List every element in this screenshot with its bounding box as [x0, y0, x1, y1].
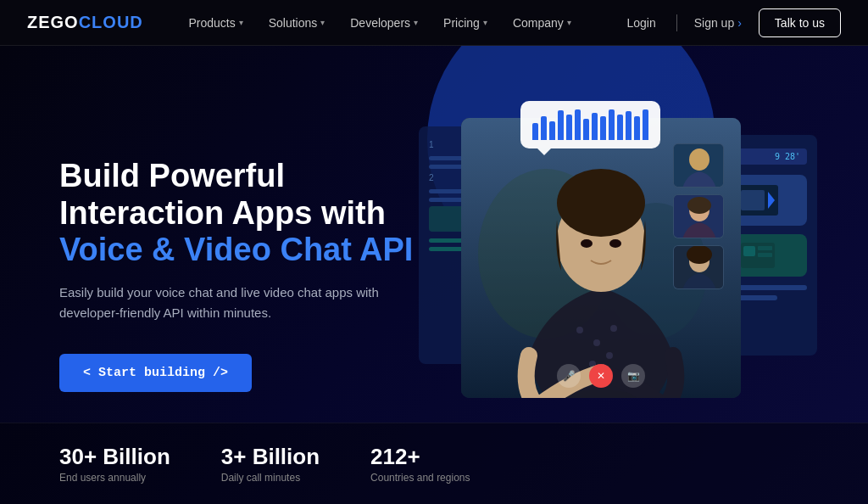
chart-bars [532, 109, 648, 140]
hero-content: Build Powerful Interaction Apps with Voi… [59, 158, 413, 392]
svg-point-22 [689, 148, 709, 171]
chart-bar [634, 116, 640, 140]
logo-prefix: ZEGO [27, 13, 79, 31]
chart-bar [575, 109, 581, 140]
nav-links: Products ▾ Solutions ▾ Developers ▾ Pric… [178, 11, 581, 35]
thumbnail-3 [673, 245, 724, 289]
chart-bar [541, 116, 547, 140]
chart-bar [532, 123, 538, 140]
stat-users-number: 30+ Billion [59, 444, 170, 470]
nav-divider [676, 14, 677, 31]
svg-rect-1 [741, 190, 765, 210]
stat-countries-label: Countries and regions [370, 472, 470, 484]
chart-bar [617, 115, 623, 140]
stat-calls: 3+ Billion Daily call minutes [221, 444, 320, 484]
logo-text: ZEGOCLOUD [27, 13, 143, 32]
stat-countries-number: 212+ [370, 444, 470, 470]
svg-point-20 [606, 352, 613, 359]
hero-title: Build Powerful Interaction Apps with Voi… [59, 158, 413, 269]
nav-label-developers: Developers [350, 16, 410, 30]
chart-bar [600, 116, 606, 140]
svg-rect-5 [758, 246, 772, 250]
signup-label: Sign up [694, 16, 734, 30]
nav-right: Login Sign up › Talk to us [616, 8, 841, 37]
hero-title-line1: Build Powerful [59, 158, 285, 193]
svg-point-14 [581, 239, 593, 248]
main-video-window: 🎤 ✕ 📷 [461, 118, 741, 398]
thumb-person-2 [674, 195, 724, 238]
stat-calls-number: 3+ Billion [221, 444, 320, 470]
hero-description: Easily build your voice chat and live vi… [59, 283, 398, 323]
chevron-down-icon: ▾ [239, 18, 243, 27]
hero-title-line2: Interaction Apps with [59, 195, 386, 231]
app-window: 1 2 9 28' [453, 109, 809, 440]
thumb-person-1 [674, 144, 724, 188]
stat-users-label: End users annually [59, 472, 170, 484]
chart-bar [626, 111, 632, 140]
stat-calls-label: Daily call minutes [221, 472, 320, 484]
nav-label-company: Company [513, 16, 564, 30]
svg-point-13 [557, 169, 645, 237]
nav-item-solutions[interactable]: Solutions ▾ [259, 11, 336, 35]
video-controls: 🎤 ✕ 📷 [557, 364, 645, 388]
end-call-button[interactable]: ✕ [589, 364, 613, 388]
svg-point-17 [593, 339, 600, 346]
chart-bar [592, 113, 598, 140]
thumbnail-2 [673, 194, 724, 238]
chart-bar [583, 119, 589, 140]
thumb-person-3 [674, 246, 724, 289]
chart-bar [609, 109, 615, 140]
chevron-down-icon: ▾ [414, 18, 418, 27]
chevron-down-icon: ▾ [320, 18, 325, 27]
svg-point-15 [609, 239, 621, 248]
signup-button[interactable]: Sign up › [687, 11, 748, 35]
chevron-down-icon: ▾ [483, 18, 487, 27]
nav-label-products: Products [188, 16, 235, 30]
chart-bar [549, 121, 555, 140]
stat-countries: 212+ Countries and regions [370, 444, 470, 484]
svg-point-28 [687, 246, 712, 264]
video-thumbnail-icon [737, 185, 778, 216]
hero-title-blue: Voice & Video Chat API [59, 232, 413, 267]
svg-point-18 [610, 325, 617, 332]
side-thumbnails [673, 143, 724, 289]
mute-button[interactable]: 🎤 [557, 364, 581, 388]
hero-section: Build Powerful Interaction Apps with Voi… [0, 46, 868, 504]
logo-suffix: CLOUD [79, 13, 143, 31]
talk-to-us-button[interactable]: Talk to us [759, 8, 841, 37]
chart-bar [643, 109, 648, 140]
svg-rect-6 [758, 253, 772, 257]
navbar: ZEGOCLOUD Products ▾ Solutions ▾ Develop… [0, 0, 868, 46]
svg-point-16 [576, 327, 583, 333]
login-button[interactable]: Login [616, 11, 665, 35]
chart-bar [566, 115, 572, 140]
svg-point-25 [687, 197, 711, 214]
chevron-down-icon: ▾ [567, 18, 571, 27]
start-building-button[interactable]: < Start building /> [59, 354, 252, 392]
nav-label-solutions: Solutions [269, 16, 318, 30]
logo[interactable]: ZEGOCLOUD [27, 13, 143, 32]
image-thumbnail-icon [741, 243, 775, 268]
arrow-icon: › [737, 16, 742, 30]
nav-item-developers[interactable]: Developers ▾ [340, 11, 428, 35]
thumbnail-1 [673, 143, 724, 188]
svg-rect-4 [743, 246, 755, 256]
camera-button[interactable]: 📷 [621, 364, 645, 388]
chart-bar [558, 110, 564, 140]
nav-label-pricing: Pricing [443, 16, 480, 30]
stat-users: 30+ Billion End users annually [59, 444, 170, 484]
nav-item-products[interactable]: Products ▾ [178, 11, 253, 35]
chart-bubble [520, 101, 660, 148]
nav-item-company[interactable]: Company ▾ [503, 11, 581, 35]
nav-item-pricing[interactable]: Pricing ▾ [433, 11, 498, 35]
stats-bar: 30+ Billion End users annually 3+ Billio… [0, 423, 868, 504]
